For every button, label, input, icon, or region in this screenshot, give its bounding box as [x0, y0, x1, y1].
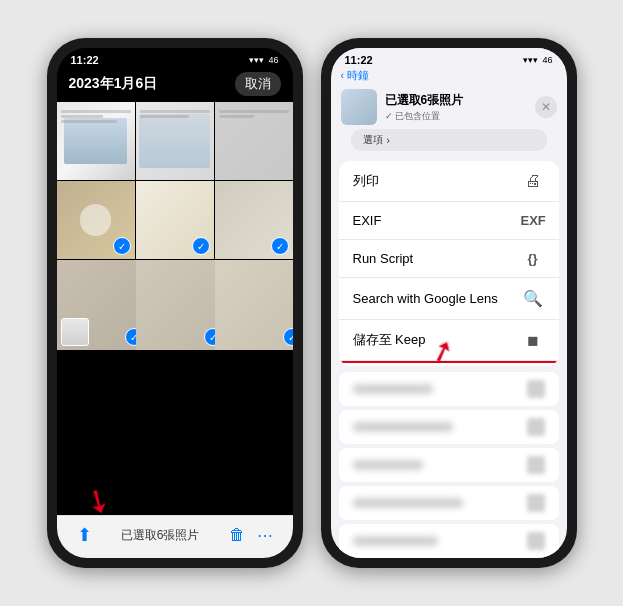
photo-row-2: ✓ ✓ ✓ — [57, 181, 293, 259]
photo-date: 2023年1月6日 — [69, 75, 158, 93]
blurred-row-3 — [339, 448, 559, 482]
blurred-row-5 — [339, 524, 559, 558]
left-status-bar: 11:22 ▾▾▾ 46 — [57, 48, 293, 68]
header-thumbnail — [341, 89, 377, 125]
bottom-right-icons: 🗑 ⋯ — [229, 526, 273, 545]
right-header-bar: 已選取6張照片 ✓ 已包含位置 ✕ — [331, 85, 567, 129]
blurred-text-1 — [353, 384, 433, 394]
photo-8[interactable]: ✓ — [136, 260, 226, 350]
close-button[interactable]: ✕ — [535, 96, 557, 118]
script-icon: {} — [521, 251, 545, 266]
share-button[interactable]: ⬆ — [77, 524, 92, 546]
photo-6[interactable]: ✓ — [215, 181, 293, 259]
menu-item-run-script[interactable]: Run Script {} — [339, 240, 559, 278]
back-nav: ‹ 時鐘 — [331, 68, 567, 85]
right-phone-screen: 11:22 ▾▾▾ 46 ‹ 時鐘 已選取6張照片 — [331, 48, 567, 558]
back-button[interactable]: ‹ 時鐘 — [341, 68, 370, 83]
left-phone-screen: 11:22 ▾▾▾ 46 2023年1月6日 取消 — [57, 48, 293, 558]
photo-4[interactable]: ✓ — [57, 181, 135, 259]
selected-count-text: 已選取6張照片 — [121, 527, 200, 544]
main-container: 11:22 ▾▾▾ 46 2023年1月6日 取消 — [31, 22, 593, 584]
photo-row-1 — [57, 102, 293, 180]
check-5: ✓ — [192, 237, 210, 255]
keep-label: 儲存至 Keep — [353, 331, 426, 349]
blurred-items — [339, 372, 559, 558]
left-header: 2023年1月6日 取消 — [57, 68, 293, 102]
check-9: ✓ — [283, 328, 293, 346]
lens-icon: 🔍 — [521, 289, 545, 308]
blurred-row-2 — [339, 410, 559, 444]
right-phone: 11:22 ▾▾▾ 46 ‹ 時鐘 已選取6張照片 — [321, 38, 577, 568]
print-label: 列印 — [353, 172, 379, 190]
photo-2[interactable] — [136, 102, 214, 180]
options-label: 選項 — [363, 133, 383, 147]
right-status-bar: 11:22 ▾▾▾ 46 — [331, 48, 567, 68]
header-subtitle: ✓ 已包含位置 — [385, 110, 527, 123]
blurred-icon-2 — [527, 418, 545, 436]
chevron-right-icon: › — [387, 135, 390, 146]
photo-7[interactable]: ✓ — [57, 260, 147, 350]
blurred-row-1 — [339, 372, 559, 406]
photo-3[interactable] — [215, 102, 293, 180]
exif-label: EXIF — [353, 213, 382, 228]
more-button[interactable]: ⋯ — [257, 526, 273, 545]
keep-icon: ◼ — [521, 332, 545, 348]
print-icon: 🖨 — [521, 172, 545, 190]
blurred-icon-3 — [527, 456, 545, 474]
left-bottom-bar: ➘ ⬆ 已選取6張照片 🗑 ⋯ — [57, 515, 293, 558]
header-title: 已選取6張照片 — [385, 92, 527, 109]
right-wifi-icon: ▾▾▾ — [523, 55, 538, 65]
blurred-text-4 — [353, 498, 463, 508]
right-time: 11:22 — [345, 54, 373, 66]
options-button[interactable]: 選項 › — [351, 129, 547, 151]
photo-5[interactable]: ✓ — [136, 181, 214, 259]
wifi-icon: ▾▾▾ — [249, 55, 264, 65]
photo-9[interactable]: ✓ — [215, 260, 293, 350]
left-status-icons: ▾▾▾ 46 — [249, 55, 278, 65]
cancel-button[interactable]: 取消 — [235, 72, 281, 96]
right-status-icons: ▾▾▾ 46 — [523, 55, 552, 65]
run-script-label: Run Script — [353, 251, 414, 266]
photo-1[interactable] — [57, 102, 135, 180]
blurred-icon-1 — [527, 380, 545, 398]
blurred-icon-4 — [527, 494, 545, 512]
header-info: 已選取6張照片 ✓ 已包含位置 — [385, 92, 527, 123]
check-6: ✓ — [271, 237, 289, 255]
left-time: 11:22 — [71, 54, 99, 66]
blurred-icon-5 — [527, 532, 545, 550]
signal-icon: 46 — [268, 55, 278, 65]
menu-item-google-lens[interactable]: Search with Google Lens 🔍 — [339, 278, 559, 320]
blurred-text-3 — [353, 460, 423, 470]
check-4: ✓ — [113, 237, 131, 255]
google-lens-label: Search with Google Lens — [353, 291, 498, 306]
exif-icon: EXF — [521, 213, 545, 228]
right-signal-icon: 46 — [542, 55, 552, 65]
options-area: 選項 › — [331, 129, 567, 161]
blurred-row-4 — [339, 486, 559, 520]
blurred-text-2 — [353, 422, 453, 432]
menu-item-print[interactable]: 列印 🖨 — [339, 161, 559, 202]
left-phone: 11:22 ▾▾▾ 46 2023年1月6日 取消 — [47, 38, 303, 568]
photo-row-3: ✓ ✓ ✓ — [57, 260, 293, 350]
blurred-text-5 — [353, 536, 438, 546]
menu-item-exif[interactable]: EXIF EXF — [339, 202, 559, 240]
delete-button[interactable]: 🗑 — [229, 526, 245, 545]
